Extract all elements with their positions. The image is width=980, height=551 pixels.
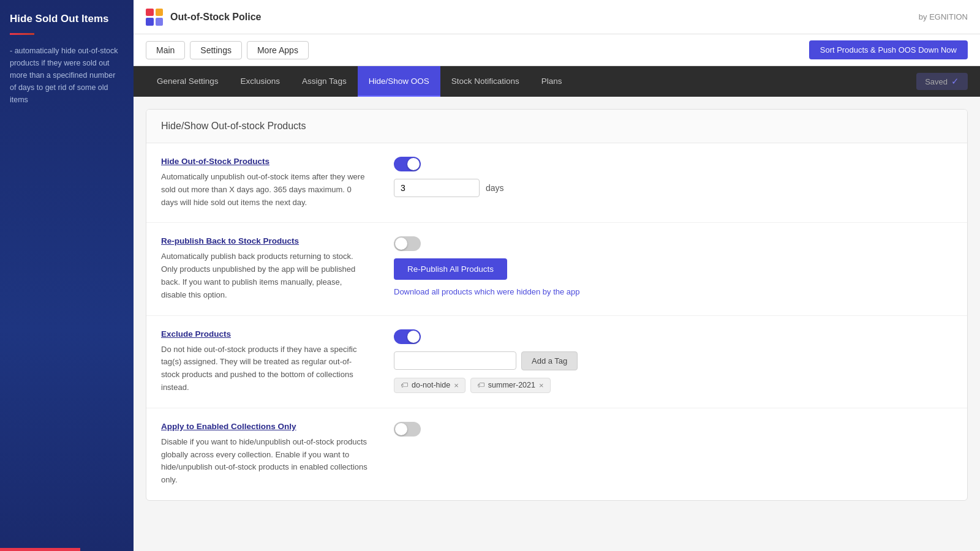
setting-row-republish: Re-publish Back to Stock Products Automa… <box>146 223 967 315</box>
tag-chip-do-not-hide: 🏷 do-not-hide × <box>394 378 466 393</box>
days-input[interactable] <box>394 179 480 197</box>
app-title: Out-of-Stock Police <box>170 12 261 23</box>
tab-more-apps[interactable]: More Apps <box>247 41 309 59</box>
add-tag-button[interactable]: Add a Tag <box>521 351 578 370</box>
saved-check-icon: ✓ <box>951 76 959 87</box>
setting-left-exclude: Exclude Products Do not hide out-of-stoc… <box>161 329 369 394</box>
sub-tab-hide-show-oos[interactable]: Hide/Show OOS <box>358 66 440 97</box>
tag-chip-icon-1: 🏷 <box>401 381 408 389</box>
top-bar: Out-of-Stock Police by EGNITION <box>134 0 980 34</box>
sidebar-divider <box>10 33 34 35</box>
sidebar: Hide Sold Out Items - automatically hide… <box>0 0 134 551</box>
setting-right-hide-oos: days <box>394 157 952 197</box>
exclude-toggle[interactable] <box>394 329 421 344</box>
setting-left-apply-collections: Apply to Enabled Collections Only Disabl… <box>161 422 369 487</box>
sidebar-title: Hide Sold Out Items <box>0 0 134 33</box>
section-header: Hide/Show Out-of-stock Products <box>146 110 967 143</box>
app-icon <box>146 9 163 26</box>
saved-badge: Saved ✓ <box>916 73 968 90</box>
apply-collections-desc: Disable if you want to hide/unpublish ou… <box>161 436 369 487</box>
nav-tabs-row: Main Settings More Apps Sort Products & … <box>134 34 980 66</box>
tab-main[interactable]: Main <box>146 41 185 59</box>
download-hidden-products-link[interactable]: Download all products which were hidden … <box>394 287 952 296</box>
days-label: days <box>486 183 504 193</box>
hide-oos-label[interactable]: Hide Out-of-Stock Products <box>161 157 369 166</box>
setting-right-republish: Re-Publish All Products Download all pro… <box>394 236 952 296</box>
tag-chip-summer-2021: 🏷 summer-2021 × <box>470 378 551 393</box>
republish-label[interactable]: Re-publish Back to Stock Products <box>161 236 369 246</box>
exclude-toggle-wrapper <box>394 329 952 344</box>
tag-input-row: Add a Tag <box>394 351 952 370</box>
republish-desc: Automatically publish back products retu… <box>161 250 369 301</box>
topbar-byline: by EGNITION <box>919 12 968 21</box>
setting-left-hide-oos: Hide Out-of-Stock Products Automatically… <box>161 157 369 209</box>
sidebar-bottom-bar <box>0 548 134 551</box>
exclude-label[interactable]: Exclude Products <box>161 329 369 339</box>
sidebar-description: - automatically hide out-of-stock produc… <box>0 45 134 106</box>
re-publish-all-button[interactable]: Re-Publish All Products <box>394 258 507 280</box>
apply-collections-label[interactable]: Apply to Enabled Collections Only <box>161 422 369 431</box>
setting-row-exclude: Exclude Products Do not hide out-of-stoc… <box>146 316 967 408</box>
tag-chip-remove-1[interactable]: × <box>454 381 459 390</box>
hide-oos-toggle-knob <box>407 158 420 170</box>
days-row: days <box>394 179 952 197</box>
section-card: Hide/Show Out-of-stock Products Hide Out… <box>146 109 968 501</box>
republish-toggle-wrapper <box>394 236 952 251</box>
apply-collections-toggle-knob <box>395 423 407 435</box>
saved-label: Saved <box>925 77 948 86</box>
hide-oos-toggle-wrapper <box>394 157 952 171</box>
app-icon-cell-2 <box>156 9 164 17</box>
section-header-title: Hide/Show Out-of-stock Products <box>161 121 952 132</box>
setting-left-republish: Re-publish Back to Stock Products Automa… <box>161 236 369 301</box>
setting-right-apply-collections <box>394 422 952 437</box>
apply-collections-toggle[interactable] <box>394 422 421 437</box>
sub-tab-general-settings[interactable]: General Settings <box>146 66 230 97</box>
tag-input[interactable] <box>394 351 516 370</box>
sort-products-button[interactable]: Sort Products & Push OOS Down Now <box>809 40 968 59</box>
app-icon-cell-4 <box>156 18 164 26</box>
tags-row: 🏷 do-not-hide × 🏷 summer-2021 × <box>394 378 952 393</box>
republish-toggle[interactable] <box>394 236 421 251</box>
sub-tab-assign-tags[interactable]: Assign Tags <box>291 66 358 97</box>
tab-settings[interactable]: Settings <box>190 41 242 59</box>
setting-right-exclude: Add a Tag 🏷 do-not-hide × 🏷 summer-2021 … <box>394 329 952 393</box>
sub-tab-plans[interactable]: Plans <box>530 66 573 97</box>
nav-tabs-left: Main Settings More Apps <box>146 41 309 59</box>
app-icon-cell-1 <box>146 9 154 17</box>
hide-oos-desc: Automatically unpublish out-of-stock ite… <box>161 171 369 209</box>
apply-collections-toggle-wrapper <box>394 422 952 437</box>
hide-oos-toggle[interactable] <box>394 157 421 171</box>
sub-tab-exclusions[interactable]: Exclusions <box>230 66 292 97</box>
tag-chip-label-1: do-not-hide <box>412 381 450 389</box>
content-area: Hide/Show Out-of-stock Products Hide Out… <box>134 97 980 551</box>
exclude-toggle-knob <box>407 331 420 343</box>
top-bar-left: Out-of-Stock Police <box>146 9 261 26</box>
sub-nav: General Settings Exclusions Assign Tags … <box>134 66 980 97</box>
tag-chip-remove-2[interactable]: × <box>539 381 544 390</box>
main-area: Out-of-Stock Police by EGNITION Main Set… <box>134 0 980 551</box>
republish-toggle-knob <box>395 238 407 250</box>
tag-chip-label-2: summer-2021 <box>488 381 535 389</box>
tag-chip-icon-2: 🏷 <box>477 381 484 389</box>
setting-row-apply-collections: Apply to Enabled Collections Only Disabl… <box>146 408 967 500</box>
setting-row-hide-oos: Hide Out-of-Stock Products Automatically… <box>146 143 967 223</box>
sub-nav-tabs: General Settings Exclusions Assign Tags … <box>146 66 573 97</box>
exclude-desc: Do not hide out-of-stock products if the… <box>161 343 369 394</box>
sub-tab-stock-notifications[interactable]: Stock Notifications <box>440 66 530 97</box>
app-icon-cell-3 <box>146 18 154 26</box>
